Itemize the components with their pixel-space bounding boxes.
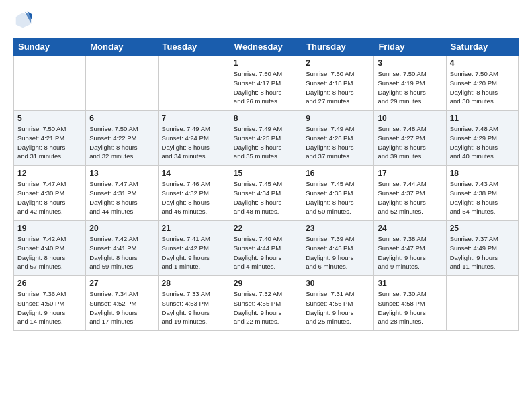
calendar-cell: 18Sunrise: 7:43 AM Sunset: 4:38 PM Dayli… [446,166,518,221]
cell-day-number: 21 [162,224,226,233]
cell-day-number: 14 [162,169,226,178]
calendar-cell: 17Sunrise: 7:44 AM Sunset: 4:37 PM Dayli… [374,166,446,221]
cell-info: Sunrise: 7:47 AM Sunset: 4:30 PM Dayligh… [17,179,82,216]
cell-day-number: 10 [378,113,442,123]
cell-day-number: 13 [89,169,154,178]
page: SundayMondayTuesdayWednesdayThursdayFrid… [0,0,532,342]
weekday-header-monday: Monday [86,38,158,56]
calendar-cell: 7Sunrise: 7:49 AM Sunset: 4:24 PM Daylig… [158,111,230,166]
cell-day-number: 8 [234,113,298,123]
calendar-cell: 16Sunrise: 7:45 AM Sunset: 4:35 PM Dayli… [302,166,374,221]
calendar-cell: 2Sunrise: 7:50 AM Sunset: 4:18 PM Daylig… [302,56,374,111]
cell-info: Sunrise: 7:50 AM Sunset: 4:18 PM Dayligh… [306,69,370,106]
calendar-cell: 10Sunrise: 7:48 AM Sunset: 4:27 PM Dayli… [374,111,446,166]
header [13,11,519,30]
weekday-header-friday: Friday [374,38,446,56]
calendar-cell: 9Sunrise: 7:49 AM Sunset: 4:26 PM Daylig… [302,111,374,166]
cell-info: Sunrise: 7:50 AM Sunset: 4:17 PM Dayligh… [234,69,298,106]
week-row-1: 1Sunrise: 7:50 AM Sunset: 4:17 PM Daylig… [14,56,519,111]
cell-day-number: 3 [378,58,442,68]
cell-info: Sunrise: 7:50 AM Sunset: 4:20 PM Dayligh… [450,69,515,106]
cell-day-number: 23 [306,224,370,233]
logo [13,11,34,30]
calendar-cell: 24Sunrise: 7:38 AM Sunset: 4:47 PM Dayli… [374,221,446,276]
calendar-cell: 4Sunrise: 7:50 AM Sunset: 4:20 PM Daylig… [446,56,518,111]
cell-info: Sunrise: 7:45 AM Sunset: 4:35 PM Dayligh… [306,179,370,216]
calendar-cell: 1Sunrise: 7:50 AM Sunset: 4:17 PM Daylig… [230,56,302,111]
cell-info: Sunrise: 7:50 AM Sunset: 4:21 PM Dayligh… [17,124,82,161]
cell-info: Sunrise: 7:50 AM Sunset: 4:19 PM Dayligh… [378,69,442,106]
cell-day-number: 2 [306,58,370,68]
cell-info: Sunrise: 7:49 AM Sunset: 4:24 PM Dayligh… [162,124,226,161]
calendar-table: SundayMondayTuesdayWednesdayThursdayFrid… [13,38,519,331]
cell-day-number: 6 [89,113,154,123]
cell-info: Sunrise: 7:45 AM Sunset: 4:34 PM Dayligh… [234,179,298,216]
cell-day-number: 30 [306,279,370,288]
cell-info: Sunrise: 7:30 AM Sunset: 4:58 PM Dayligh… [378,289,442,326]
cell-info: Sunrise: 7:43 AM Sunset: 4:38 PM Dayligh… [450,179,515,216]
calendar-cell: 25Sunrise: 7:37 AM Sunset: 4:49 PM Dayli… [446,221,518,276]
calendar-cell: 23Sunrise: 7:39 AM Sunset: 4:45 PM Dayli… [302,221,374,276]
cell-day-number: 22 [234,224,298,233]
cell-info: Sunrise: 7:34 AM Sunset: 4:52 PM Dayligh… [89,289,154,326]
calendar-cell: 27Sunrise: 7:34 AM Sunset: 4:52 PM Dayli… [86,276,158,331]
calendar-cell: 14Sunrise: 7:46 AM Sunset: 4:32 PM Dayli… [158,166,230,221]
calendar-cell: 8Sunrise: 7:49 AM Sunset: 4:25 PM Daylig… [230,111,302,166]
cell-day-number: 27 [89,279,154,288]
cell-day-number: 16 [306,169,370,178]
cell-day-number: 18 [450,169,515,178]
calendar-cell: 11Sunrise: 7:48 AM Sunset: 4:29 PM Dayli… [446,111,518,166]
weekday-header-wednesday: Wednesday [230,38,302,56]
logo-icon [13,11,32,30]
cell-info: Sunrise: 7:46 AM Sunset: 4:32 PM Dayligh… [162,179,226,216]
weekday-header-tuesday: Tuesday [158,38,230,56]
calendar-cell: 6Sunrise: 7:50 AM Sunset: 4:22 PM Daylig… [86,111,158,166]
cell-day-number: 29 [234,279,298,288]
cell-day-number: 5 [17,113,82,123]
calendar-cell [14,56,86,111]
cell-info: Sunrise: 7:33 AM Sunset: 4:53 PM Dayligh… [162,289,226,326]
cell-info: Sunrise: 7:47 AM Sunset: 4:31 PM Dayligh… [89,179,154,216]
cell-day-number: 28 [162,279,226,288]
cell-day-number: 12 [17,169,82,178]
calendar-cell: 22Sunrise: 7:40 AM Sunset: 4:44 PM Dayli… [230,221,302,276]
cell-day-number: 1 [234,58,298,68]
week-row-2: 5Sunrise: 7:50 AM Sunset: 4:21 PM Daylig… [14,111,519,166]
calendar-cell: 3Sunrise: 7:50 AM Sunset: 4:19 PM Daylig… [374,56,446,111]
cell-info: Sunrise: 7:49 AM Sunset: 4:26 PM Dayligh… [306,124,370,161]
calendar-cell: 31Sunrise: 7:30 AM Sunset: 4:58 PM Dayli… [374,276,446,331]
calendar-cell [446,276,518,331]
cell-day-number: 19 [17,224,82,233]
calendar-cell: 15Sunrise: 7:45 AM Sunset: 4:34 PM Dayli… [230,166,302,221]
cell-info: Sunrise: 7:48 AM Sunset: 4:27 PM Dayligh… [378,124,442,161]
cell-info: Sunrise: 7:42 AM Sunset: 4:40 PM Dayligh… [17,234,82,271]
cell-info: Sunrise: 7:41 AM Sunset: 4:42 PM Dayligh… [162,234,226,271]
cell-day-number: 25 [450,224,515,233]
cell-day-number: 17 [378,169,442,178]
calendar-cell: 30Sunrise: 7:31 AM Sunset: 4:56 PM Dayli… [302,276,374,331]
calendar-cell [86,56,158,111]
calendar-cell: 20Sunrise: 7:42 AM Sunset: 4:41 PM Dayli… [86,221,158,276]
cell-day-number: 9 [306,113,370,123]
cell-day-number: 15 [234,169,298,178]
calendar-cell: 19Sunrise: 7:42 AM Sunset: 4:40 PM Dayli… [14,221,86,276]
calendar-cell: 26Sunrise: 7:36 AM Sunset: 4:50 PM Dayli… [14,276,86,331]
weekday-header-row: SundayMondayTuesdayWednesdayThursdayFrid… [14,38,519,56]
cell-info: Sunrise: 7:40 AM Sunset: 4:44 PM Dayligh… [234,234,298,271]
calendar-cell [158,56,230,111]
cell-day-number: 11 [450,113,515,123]
cell-day-number: 20 [89,224,154,233]
cell-day-number: 26 [17,279,82,288]
calendar-cell: 21Sunrise: 7:41 AM Sunset: 4:42 PM Dayli… [158,221,230,276]
weekday-header-saturday: Saturday [446,38,518,56]
week-row-5: 26Sunrise: 7:36 AM Sunset: 4:50 PM Dayli… [14,276,519,331]
calendar-cell: 13Sunrise: 7:47 AM Sunset: 4:31 PM Dayli… [86,166,158,221]
calendar-cell: 5Sunrise: 7:50 AM Sunset: 4:21 PM Daylig… [14,111,86,166]
cell-info: Sunrise: 7:39 AM Sunset: 4:45 PM Dayligh… [306,234,370,271]
week-row-3: 12Sunrise: 7:47 AM Sunset: 4:30 PM Dayli… [14,166,519,221]
cell-info: Sunrise: 7:48 AM Sunset: 4:29 PM Dayligh… [450,124,515,161]
cell-day-number: 31 [378,279,442,288]
week-row-4: 19Sunrise: 7:42 AM Sunset: 4:40 PM Dayli… [14,221,519,276]
weekday-header-sunday: Sunday [14,38,86,56]
cell-info: Sunrise: 7:32 AM Sunset: 4:55 PM Dayligh… [234,289,298,326]
